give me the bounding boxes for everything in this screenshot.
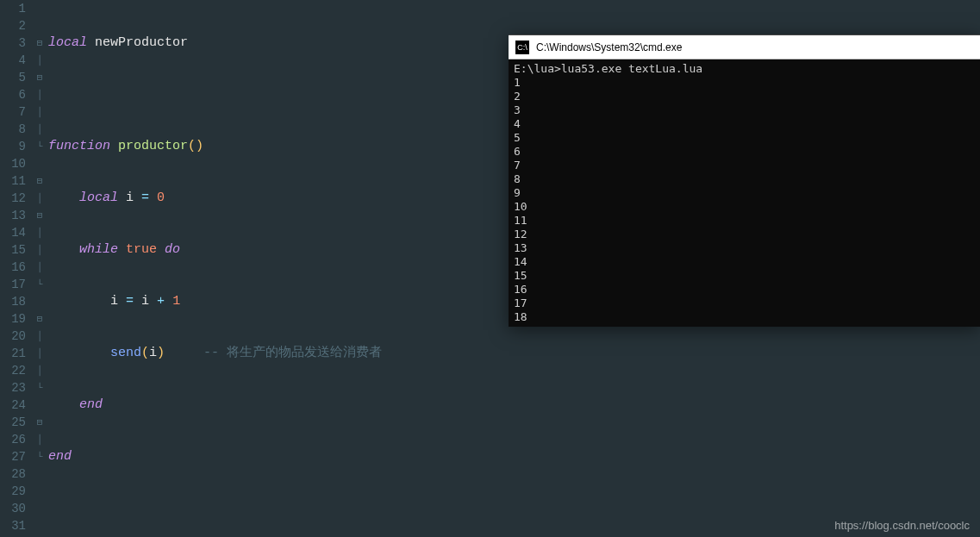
console-line: 5	[514, 131, 975, 145]
fold-column[interactable]: ⊟│⊟│││└⊟│⊟│││└⊟│││└⊟│└	[34, 0, 45, 537]
fold-marker[interactable]: └	[34, 379, 45, 397]
line-number: 19	[3, 310, 26, 328]
line-number: 5	[3, 69, 26, 86]
console-line: 13	[514, 241, 975, 255]
fold-marker[interactable]: │	[34, 103, 45, 121]
cmd-icon: C:\	[515, 41, 529, 54]
line-number-gutter: 1234567891011121314151617181920212223242…	[0, 0, 34, 537]
fold-marker[interactable]: │	[34, 224, 45, 241]
line-number: 23	[3, 379, 26, 397]
fold-marker[interactable]	[34, 465, 45, 483]
console-line: 9	[514, 186, 975, 200]
fold-marker[interactable]	[34, 397, 45, 414]
console-title: C:\Windows\System32\cmd.exe	[536, 41, 682, 53]
fold-marker[interactable]: │	[34, 431, 45, 448]
console-line: 4	[514, 117, 975, 131]
fold-marker[interactable]: ⊟	[34, 172, 45, 190]
fold-marker[interactable]: │	[34, 259, 45, 276]
code-line: end	[48, 448, 980, 465]
fold-marker[interactable]: │	[34, 241, 45, 259]
console-line: 15	[514, 269, 975, 283]
line-number: 28	[3, 465, 26, 483]
line-number: 14	[3, 224, 26, 241]
fold-marker[interactable]	[34, 517, 45, 534]
line-number: 12	[3, 190, 26, 207]
fold-marker[interactable]: │	[34, 52, 45, 69]
console-output[interactable]: E:\lua>lua53.exe textLua.lua 12345678910…	[509, 59, 980, 327]
line-number: 11	[3, 172, 26, 190]
console-line: 2	[514, 90, 975, 103]
fold-marker[interactable]: │	[34, 362, 45, 379]
fold-marker[interactable]: │	[34, 328, 45, 345]
line-number: 7	[3, 103, 26, 121]
fold-marker[interactable]: │	[34, 121, 45, 138]
fold-marker[interactable]: │	[34, 190, 45, 207]
console-line: 7	[514, 159, 975, 172]
line-number: 21	[3, 345, 26, 362]
console-line: 16	[514, 283, 975, 297]
console-line: 3	[514, 103, 975, 117]
line-number: 18	[3, 293, 26, 310]
line-number: 22	[3, 362, 26, 379]
fold-marker[interactable]	[34, 0, 45, 17]
fold-marker[interactable]: ⊟	[34, 414, 45, 431]
line-number: 8	[3, 121, 26, 138]
console-line: 17	[514, 297, 975, 310]
line-number: 16	[3, 259, 26, 276]
fold-marker[interactable]	[34, 483, 45, 500]
fold-marker[interactable]	[34, 155, 45, 172]
console-line: E:\lua>lua53.exe textLua.lua	[514, 62, 975, 76]
line-number: 17	[3, 276, 26, 293]
code-line: send(i) -- 将生产的物品发送给消费者	[48, 345, 980, 362]
line-number: 1	[3, 0, 26, 17]
line-number: 30	[3, 500, 26, 517]
line-number: 2	[3, 17, 26, 34]
console-line: 10	[514, 200, 975, 214]
console-line: 1	[514, 76, 975, 90]
fold-marker[interactable]: ⊟	[34, 69, 45, 86]
line-number: 9	[3, 138, 26, 155]
line-number: 6	[3, 86, 26, 103]
fold-marker[interactable]: ⊟	[34, 207, 45, 224]
line-number: 26	[3, 431, 26, 448]
line-number: 27	[3, 448, 26, 465]
console-line: 12	[514, 228, 975, 241]
line-number: 24	[3, 397, 26, 414]
watermark: https://blog.csdn.net/cooclc	[834, 519, 970, 532]
fold-marker[interactable]: └	[34, 276, 45, 293]
line-number: 20	[3, 328, 26, 345]
code-line: end	[48, 397, 980, 414]
code-line	[48, 500, 980, 517]
console-line: 14	[514, 255, 975, 269]
console-line: 18	[514, 310, 975, 324]
console-line: 8	[514, 172, 975, 186]
console-line: 11	[514, 214, 975, 228]
fold-marker[interactable]: │	[34, 345, 45, 362]
fold-marker[interactable]	[34, 293, 45, 310]
fold-marker[interactable]	[34, 17, 45, 34]
console-titlebar[interactable]: C:\ C:\Windows\System32\cmd.exe	[509, 35, 980, 59]
fold-marker[interactable]: ⊟	[34, 34, 45, 52]
line-number: 15	[3, 241, 26, 259]
fold-marker[interactable]: │	[34, 86, 45, 103]
fold-marker[interactable]: ⊟	[34, 310, 45, 328]
console-window[interactable]: C:\ C:\Windows\System32\cmd.exe E:\lua>l…	[509, 34, 980, 327]
line-number: 31	[3, 517, 26, 534]
line-number: 25	[3, 414, 26, 431]
fold-marker[interactable]: └	[34, 138, 45, 155]
fold-marker[interactable]	[34, 500, 45, 517]
fold-marker[interactable]: └	[34, 448, 45, 465]
line-number: 13	[3, 207, 26, 224]
line-number: 10	[3, 155, 26, 172]
console-line: 6	[514, 145, 975, 159]
line-number: 29	[3, 483, 26, 500]
line-number: 4	[3, 52, 26, 69]
line-number: 3	[3, 34, 26, 52]
